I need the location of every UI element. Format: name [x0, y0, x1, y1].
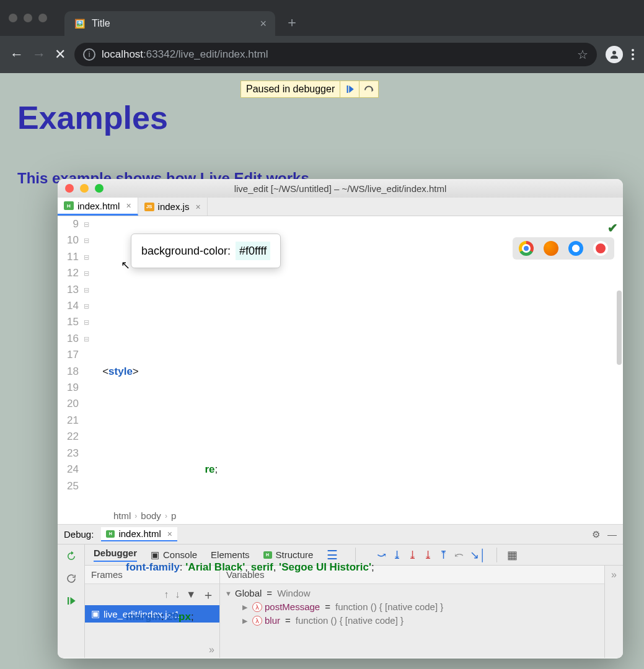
resume-button[interactable] — [64, 594, 78, 608]
chrome-icon[interactable] — [519, 241, 534, 256]
forward-button[interactable]: → — [32, 46, 46, 63]
tab-title: Title — [92, 18, 110, 29]
ide-zoom-button[interactable] — [95, 184, 104, 193]
refresh-button[interactable] — [64, 572, 78, 585]
svg-point-0 — [612, 51, 616, 55]
tooltip-label: background-color: — [141, 243, 231, 259]
file-tabs: H index.html × JS index.js × — [58, 198, 623, 216]
firefox-icon[interactable] — [544, 241, 558, 256]
debugger-resume-button[interactable] — [340, 81, 359, 97]
line-gutter: 910111213141516171819202122232425 — [58, 216, 84, 507]
js-file-icon: JS — [144, 203, 154, 211]
file-tab-index-html[interactable]: H index.html × — [58, 198, 138, 216]
site-info-icon[interactable]: i — [83, 48, 95, 61]
safari-icon[interactable] — [568, 241, 583, 256]
tab-bar: 🖼️ Title × ＋ — [0, 0, 644, 36]
debug-action-sidebar — [58, 544, 85, 658]
code-editor[interactable]: 910111213141516171819202122232425 ⊟⊟⊟⊟⊟⊟… — [58, 216, 623, 507]
browser-chrome: 🖼️ Title × ＋ ← → ✕ i localhost:63342/liv… — [0, 0, 644, 73]
color-tooltip: background-color: #f0ffff — [131, 234, 281, 268]
debugger-step-button[interactable] — [359, 81, 378, 97]
ide-title: live_edit [~/WS/untitled] – ~/WS/live_ed… — [234, 183, 447, 194]
ide-window: live_edit [~/WS/untitled] – ~/WS/live_ed… — [58, 179, 623, 658]
ide-close-button[interactable] — [65, 184, 74, 193]
favicon-icon: 🖼️ — [73, 17, 86, 30]
back-button[interactable]: ← — [10, 46, 24, 63]
ide-titlebar[interactable]: live_edit [~/WS/untitled] – ~/WS/live_ed… — [58, 179, 623, 198]
file-tab-index-js[interactable]: JS index.js × — [138, 198, 208, 216]
url-port: :63342 — [143, 48, 175, 60]
editor-scrollbar[interactable] — [617, 291, 622, 365]
cursor-icon: ↖ — [121, 257, 130, 273]
url-host: localhost — [102, 48, 143, 60]
debugger-paused-banner: Paused in debugger — [240, 81, 379, 98]
profile-button[interactable] — [606, 46, 623, 63]
page-heading: Examples — [17, 99, 627, 136]
ide-minimize-button[interactable] — [80, 184, 89, 193]
window-minimize-dot[interactable] — [24, 14, 32, 22]
nav-bar: ← → ✕ i localhost:63342/live_edit/index.… — [0, 36, 644, 73]
debug-label: Debug: — [64, 529, 94, 540]
file-tab-label: index.js — [158, 201, 190, 212]
close-tab-icon[interactable]: × — [126, 201, 131, 211]
url-path: /live_edit/index.html — [175, 48, 268, 60]
tooltip-value: #f0ffff — [236, 242, 270, 260]
window-close-dot[interactable] — [9, 14, 17, 22]
address-bar[interactable]: i localhost:63342/live_edit/index.html ☆ — [74, 43, 597, 66]
code-area[interactable]: ✔ background-color: #f0ffff ↖ <style> re… — [94, 216, 623, 507]
opera-icon[interactable] — [593, 241, 608, 256]
debugger-banner-text: Paused in debugger — [241, 84, 340, 95]
stop-reload-button[interactable]: ✕ — [55, 46, 66, 63]
tab-close-icon[interactable]: × — [260, 17, 267, 30]
close-tab-icon[interactable]: × — [195, 202, 200, 212]
browser-menu-button[interactable] — [632, 49, 634, 60]
open-in-browser-palette — [513, 237, 614, 260]
new-tab-button[interactable]: ＋ — [285, 13, 299, 32]
window-traffic-lights — [9, 14, 47, 22]
file-tab-label: index.html — [77, 201, 120, 211]
fold-column[interactable]: ⊟⊟⊟⊟⊟⊟⊟⊟ — [84, 216, 94, 507]
browser-tab[interactable]: 🖼️ Title × — [64, 11, 275, 36]
window-maximize-dot[interactable] — [38, 14, 47, 22]
svg-rect-1 — [68, 597, 69, 605]
inspection-ok-icon[interactable]: ✔ — [607, 220, 618, 236]
html-file-icon: H — [64, 201, 74, 210]
bookmark-star-icon[interactable]: ☆ — [577, 47, 588, 62]
rerun-button[interactable] — [64, 549, 78, 563]
